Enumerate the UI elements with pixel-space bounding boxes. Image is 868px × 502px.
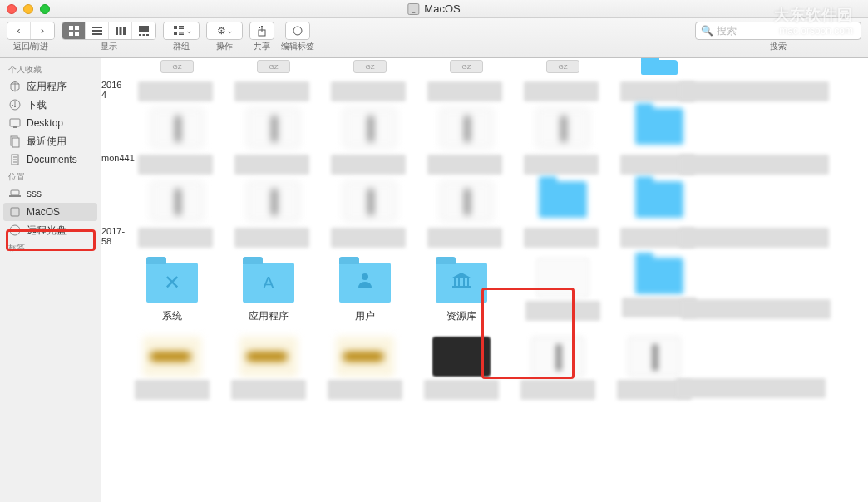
sidebar-item-recent[interactable]: 最近使用 bbox=[0, 132, 101, 150]
file-thumb[interactable] bbox=[440, 108, 493, 148]
sidebar-item-macos[interactable]: MacOS bbox=[3, 203, 97, 221]
svg-rect-23 bbox=[10, 119, 20, 126]
file-thumb[interactable] bbox=[143, 337, 201, 376]
folder-library[interactable]: 资源库 bbox=[416, 258, 507, 323]
file-icon-view[interactable]: GZ GZ GZ GZ GZ 2016-4 bbox=[101, 58, 868, 502]
share-group: 共享 bbox=[249, 22, 274, 52]
blurred-label bbox=[679, 81, 829, 101]
file-thumb[interactable] bbox=[150, 108, 204, 148]
svg-rect-31 bbox=[12, 214, 17, 214]
view-group: 显示 bbox=[62, 22, 156, 52]
blurred-label bbox=[138, 81, 213, 101]
folder-thumb[interactable] bbox=[539, 181, 587, 218]
close-button[interactable] bbox=[7, 4, 17, 14]
nav-label: 返回/前进 bbox=[13, 41, 49, 52]
svg-rect-26 bbox=[12, 138, 19, 147]
blurred-label bbox=[234, 155, 309, 175]
file-thumb[interactable] bbox=[536, 108, 589, 148]
blurred-label bbox=[331, 81, 406, 101]
file-thumb[interactable] bbox=[432, 337, 491, 376]
svg-rect-28 bbox=[11, 190, 19, 195]
tags-button[interactable] bbox=[286, 22, 309, 39]
blurred-label bbox=[679, 228, 829, 248]
sidebar-item-downloads[interactable]: 下载 bbox=[0, 96, 101, 114]
icon-view-button[interactable] bbox=[62, 22, 86, 39]
action-button[interactable]: ⚙ ⌵ bbox=[207, 22, 242, 39]
blurred-label bbox=[681, 299, 831, 319]
search-box[interactable]: 🔍 bbox=[695, 22, 861, 40]
gallery-view-button[interactable] bbox=[132, 22, 155, 39]
file-thumb[interactable] bbox=[343, 108, 397, 148]
search-input[interactable] bbox=[717, 25, 856, 37]
svg-rect-18 bbox=[179, 32, 184, 33]
svg-rect-29 bbox=[9, 195, 21, 197]
gz-badge: GZ bbox=[160, 60, 194, 73]
gz-badge: GZ bbox=[353, 60, 387, 73]
file-thumb[interactable] bbox=[628, 337, 681, 376]
folder-blur bbox=[641, 60, 678, 75]
column-view-button[interactable] bbox=[109, 22, 132, 39]
view-label: 显示 bbox=[101, 41, 117, 52]
sidebar-item-sss[interactable]: sss bbox=[0, 185, 101, 203]
svg-rect-24 bbox=[13, 126, 17, 128]
file-thumb[interactable] bbox=[247, 108, 300, 148]
sidebar-item-label: 远程光盘 bbox=[27, 224, 67, 238]
folder-label: 资源库 bbox=[446, 309, 476, 323]
group-icon bbox=[172, 24, 185, 37]
sidebar-favorites-header: 个人收藏 bbox=[0, 62, 101, 77]
folder-system[interactable]: ✕ 系统 bbox=[126, 258, 218, 323]
gallery-icon bbox=[137, 24, 150, 37]
svg-rect-8 bbox=[119, 27, 121, 35]
folder-thumb[interactable] bbox=[635, 181, 683, 218]
list-icon bbox=[91, 24, 104, 37]
folder-icon bbox=[436, 263, 487, 303]
file-thumb[interactable] bbox=[336, 337, 394, 376]
folder-users[interactable]: 用户 bbox=[319, 258, 411, 323]
svg-point-21 bbox=[293, 27, 302, 35]
folder-thumb[interactable] bbox=[635, 258, 683, 294]
folder-label: 应用程序 bbox=[249, 309, 289, 323]
svg-rect-13 bbox=[146, 34, 149, 36]
disk-icon bbox=[8, 205, 22, 219]
columns-icon bbox=[114, 24, 127, 37]
gz-badge: GZ bbox=[257, 60, 290, 73]
app-icon bbox=[8, 80, 22, 93]
file-thumb[interactable] bbox=[531, 337, 584, 376]
svg-rect-11 bbox=[139, 34, 141, 36]
share-icon bbox=[255, 24, 269, 37]
blurred-label bbox=[524, 228, 599, 248]
library-emblem-icon bbox=[451, 271, 472, 294]
sidebar-item-remote-disc[interactable]: 远程光盘 bbox=[0, 221, 101, 239]
file-thumb[interactable] bbox=[440, 181, 493, 221]
search-label: 搜索 bbox=[770, 41, 787, 52]
content-area: 个人收藏 应用程序 下载 Desktop 最近使用 Documents 位置 s… bbox=[0, 58, 868, 502]
folder-thumb[interactable] bbox=[635, 108, 683, 145]
list-view-button[interactable] bbox=[86, 22, 109, 39]
svg-rect-10 bbox=[139, 26, 149, 32]
blurred-label bbox=[135, 380, 210, 400]
svg-point-34 bbox=[362, 273, 368, 280]
sidebar-item-applications[interactable]: 应用程序 bbox=[0, 77, 101, 96]
maximize-button[interactable] bbox=[40, 4, 50, 14]
minimize-button[interactable] bbox=[23, 4, 33, 14]
svg-rect-19 bbox=[179, 34, 184, 36]
back-button[interactable]: ‹ bbox=[7, 22, 31, 39]
traffic-lights bbox=[7, 4, 50, 14]
file-thumb[interactable] bbox=[150, 181, 204, 221]
file-thumb[interactable] bbox=[247, 181, 300, 221]
file-thumb[interactable] bbox=[536, 258, 589, 298]
sidebar-item-desktop[interactable]: Desktop bbox=[0, 114, 101, 132]
forward-button[interactable]: › bbox=[31, 22, 54, 39]
sidebar-item-documents[interactable]: Documents bbox=[0, 150, 101, 169]
group-button[interactable]: ⌵ bbox=[164, 22, 199, 39]
share-button[interactable] bbox=[250, 22, 274, 39]
titlebar: MacOS bbox=[0, 0, 868, 18]
blurred-label bbox=[328, 380, 402, 400]
folder-applications[interactable]: А 应用程序 bbox=[223, 258, 314, 323]
tag-icon bbox=[291, 24, 304, 37]
file-thumb[interactable] bbox=[239, 337, 298, 376]
disc-icon bbox=[8, 224, 22, 237]
file-thumb[interactable] bbox=[343, 181, 397, 221]
svg-rect-3 bbox=[75, 32, 79, 36]
nav-group: ‹ › 返回/前进 bbox=[7, 22, 55, 52]
